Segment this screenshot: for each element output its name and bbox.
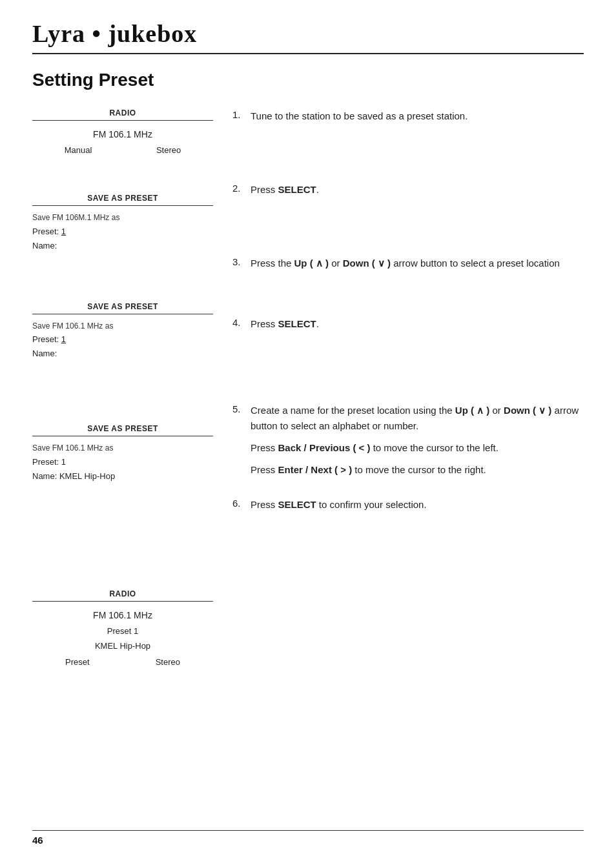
- radio-header-1: RADIO: [32, 108, 213, 121]
- spacer-1b: [32, 179, 213, 194]
- main-content: RADIO FM 106.1 MHz Manual Stereo SAVE AS…: [32, 108, 584, 677]
- spacer-4d: [32, 533, 213, 547]
- footer: 46: [32, 830, 584, 846]
- save-preset-body-1: Save FM 106M.1 MHz as Preset: 1 Name:: [32, 210, 213, 254]
- step-2: 2. Press SELECT.: [232, 182, 584, 198]
- radio-body-1: FM 106.1 MHz Manual Stereo: [32, 125, 213, 160]
- save-preset-name-1: Name:: [32, 239, 213, 253]
- save-freq-2: Save FM 106.1 MHz as: [32, 320, 213, 332]
- step-5-text: Create a name for the preset location us…: [251, 403, 584, 434]
- step-3-num: 3.: [232, 256, 251, 267]
- save-preset-box-2: SAVE AS PRESET Save FM 106.1 MHz as Pres…: [32, 302, 213, 363]
- screen-radio-final: RADIO FM 106.1 MHz Preset 1 KMEL Hip-Hop…: [32, 589, 213, 672]
- header: Lyra • jukebox: [32, 19, 584, 54]
- page-title: Setting Preset: [32, 70, 584, 90]
- screen-radio-1: RADIO FM 106.1 MHz Manual Stereo: [32, 108, 213, 160]
- save-preset-header-1: SAVE AS PRESET: [32, 194, 213, 206]
- spacer-2: [32, 260, 213, 274]
- step-1-text: Tune to the station to be saved as a pre…: [251, 108, 584, 124]
- save-preset-3: SAVE AS PRESET Save FM 106.1 MHz as Pres…: [32, 424, 213, 485]
- step-5: 5. Create a name for the preset location…: [232, 403, 584, 478]
- spacer-4: [32, 490, 213, 504]
- step-1-num: 1.: [232, 108, 251, 120]
- spacer-4b: [32, 504, 213, 518]
- radio-preset-final: Preset 1: [32, 625, 213, 638]
- step-5-num: 5.: [232, 403, 251, 434]
- page-wrapper: Lyra • jukebox Setting Preset RADIO FM 1…: [0, 0, 616, 865]
- spacer-4c: [32, 518, 213, 533]
- save-preset-1: SAVE AS PRESET Save FM 106M.1 MHz as Pre…: [32, 194, 213, 254]
- save-preset-2: SAVE AS PRESET Save FM 106.1 MHz as Pres…: [32, 302, 213, 363]
- step-5-subs: Press Back / Previous ( < ) to move the …: [251, 434, 498, 478]
- radio-freq-1: FM 106.1 MHz: [32, 127, 213, 141]
- save-preset-box-3: SAVE AS PRESET Save FM 106.1 MHz as Pres…: [32, 424, 213, 485]
- radio-sub-row-final: Preset Stereo: [32, 656, 213, 669]
- save-freq-1: Save FM 106M.1 MHz as: [32, 211, 213, 224]
- step-3: 3. Press the Up ( ∧ ) or Down ( ∨ ) arro…: [232, 256, 584, 271]
- spacer-4e: [32, 547, 213, 561]
- page-number: 46: [32, 835, 43, 846]
- step-6: 6. Press SELECT to confirm your selectio…: [232, 497, 584, 513]
- radio-mode-1: Manual: [65, 144, 92, 158]
- radio-stereo-1: Stereo: [156, 144, 181, 158]
- save-preset-name-3: Name: KMEL Hip-Hop: [32, 469, 213, 483]
- radio-stereo-final: Stereo: [156, 656, 180, 669]
- spacer-4f: [32, 561, 213, 575]
- spacer-3b: [32, 382, 213, 396]
- screen-box-final: RADIO FM 106.1 MHz Preset 1 KMEL Hip-Hop…: [32, 589, 213, 672]
- step-5-sub-2: Press Enter / Next ( > ) to move the cur…: [251, 462, 498, 478]
- spacer-2b: [32, 274, 213, 288]
- step-1: 1. Tune to the station to be saved as a …: [232, 108, 584, 124]
- spacer-1: [32, 165, 213, 179]
- radio-name-final: KMEL Hip-Hop: [32, 640, 213, 653]
- save-preset-num-2: Preset: 1: [32, 332, 213, 347]
- radio-sub-row-1: Manual Stereo: [32, 144, 213, 158]
- spacer-3: [32, 367, 213, 382]
- radio-preset-label-final: Preset: [65, 656, 90, 669]
- save-preset-header-3: SAVE AS PRESET: [32, 424, 213, 436]
- save-preset-name-2: Name:: [32, 347, 213, 361]
- step-2-num: 2.: [232, 182, 251, 194]
- step-2-text: Press SELECT.: [251, 182, 584, 198]
- screen-box-1: RADIO FM 106.1 MHz Manual Stereo: [32, 108, 213, 160]
- save-preset-num-1: Preset: 1: [32, 225, 213, 239]
- save-preset-body-2: Save FM 106.1 MHz as Preset: 1 Name:: [32, 318, 213, 363]
- save-preset-body-3: Save FM 106.1 MHz as Preset: 1 Name: KME…: [32, 440, 213, 485]
- spacer-2c: [32, 288, 213, 302]
- header-title: Lyra • jukebox: [32, 20, 197, 47]
- step-4-num: 4.: [232, 316, 251, 328]
- left-column: RADIO FM 106.1 MHz Manual Stereo SAVE AS…: [32, 108, 226, 677]
- radio-header-final: RADIO: [32, 589, 213, 602]
- spacer-4g: [32, 575, 213, 589]
- radio-body-final: FM 106.1 MHz Preset 1 KMEL Hip-Hop Prese…: [32, 606, 213, 672]
- step-3-text: Press the Up ( ∧ ) or Down ( ∨ ) arrow b…: [251, 256, 584, 271]
- right-column: 1. Tune to the station to be saved as a …: [226, 108, 584, 677]
- step-4: 4. Press SELECT.: [232, 316, 584, 332]
- step-6-text: Press SELECT to confirm your selection.: [251, 497, 584, 513]
- spacer-3c: [32, 396, 213, 410]
- save-preset-box-1: SAVE AS PRESET Save FM 106M.1 MHz as Pre…: [32, 194, 213, 254]
- step-5-main: 5. Create a name for the preset location…: [232, 403, 584, 434]
- radio-freq-final: FM 106.1 MHz: [32, 608, 213, 622]
- step-6-num: 6.: [232, 497, 251, 509]
- step-5-sub-1: Press Back / Previous ( < ) to move the …: [251, 440, 498, 456]
- step-4-text: Press SELECT.: [251, 316, 584, 332]
- save-preset-header-2: SAVE AS PRESET: [32, 302, 213, 314]
- save-freq-3: Save FM 106.1 MHz as: [32, 442, 213, 454]
- save-preset-num-3: Preset: 1: [32, 455, 213, 469]
- spacer-3d: [32, 410, 213, 424]
